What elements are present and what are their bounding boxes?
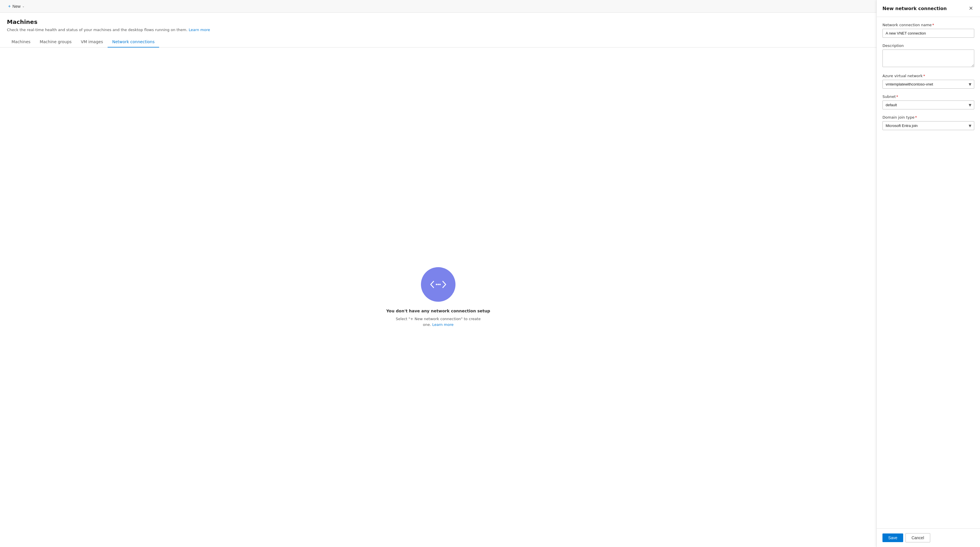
description-label: Description [883,43,974,48]
panel-form: Network connection name* Description Azu… [877,17,980,528]
subnet-label: Subnet* [883,94,974,99]
tab-machine-groups[interactable]: Machine groups [35,37,76,48]
cancel-button[interactable]: Cancel [905,533,930,542]
description-input[interactable] [883,49,974,67]
svg-point-0 [436,284,438,285]
tab-machines[interactable]: Machines [7,37,35,48]
svg-point-1 [438,284,439,285]
domain-join-type-select-wrapper: Microsoft Entra join ▼ [883,121,974,130]
page-description-text: Check the real-time health and status of… [7,28,188,32]
empty-state-title: You don't have any network connection se… [387,309,490,313]
close-panel-button[interactable]: ✕ [967,5,974,12]
empty-state-description: Select "+ New network connection" to cre… [395,316,481,327]
plus-icon: + [8,4,11,9]
empty-state-learn-more-link[interactable]: Learn more [432,322,453,327]
network-icon [430,280,447,289]
chevron-down-icon: ⌄ [22,5,24,8]
name-required-marker: * [932,23,934,27]
tabs: Machines Machine groups VM images Networ… [0,37,877,48]
top-bar: + New ⌄ [0,0,877,13]
new-button-label: New [13,4,21,9]
empty-state: You don't have any network connection se… [0,48,877,547]
domain-join-type-select[interactable]: Microsoft Entra join [883,121,974,130]
learn-more-link[interactable]: Learn more [189,28,210,32]
azure-vnet-select[interactable]: vmtemplatewithcontoso-vnet [883,80,974,89]
domain-join-type-required-marker: * [915,115,917,120]
save-button[interactable]: Save [883,533,903,542]
panel-header: New network connection ✕ [877,0,980,17]
form-group-domain-join-type: Domain join type* Microsoft Entra join ▼ [883,115,974,130]
form-group-subnet: Subnet* default ▼ [883,94,974,109]
form-group-description: Description [883,43,974,68]
subnet-select[interactable]: default [883,100,974,109]
svg-point-2 [439,284,441,285]
page-title: Machines [7,18,870,26]
connection-name-input[interactable] [883,29,974,38]
tab-vm-images[interactable]: VM images [76,37,108,48]
form-group-azure-vnet: Azure virtual network* vmtemplatewithcon… [883,74,974,89]
panel-footer: Save Cancel [877,528,980,547]
azure-vnet-select-wrapper: vmtemplatewithcontoso-vnet ▼ [883,80,974,89]
tab-network-connections[interactable]: Network connections [108,37,159,48]
page-description: Check the real-time health and status of… [7,28,870,32]
new-button[interactable]: + New ⌄ [5,2,28,11]
network-illustration [421,267,455,302]
subnet-required-marker: * [896,94,898,99]
azure-vnet-required-marker: * [923,74,925,78]
main-content: + New ⌄ Machines Check the real-time hea… [0,0,877,547]
subnet-select-wrapper: default ▼ [883,100,974,109]
connection-name-label: Network connection name* [883,23,974,27]
side-panel: New network connection ✕ Network connect… [877,0,980,547]
panel-title: New network connection [883,6,947,11]
domain-join-type-label: Domain join type* [883,115,974,120]
form-group-connection-name: Network connection name* [883,23,974,38]
azure-vnet-label: Azure virtual network* [883,74,974,78]
page-header: Machines Check the real-time health and … [0,13,877,37]
